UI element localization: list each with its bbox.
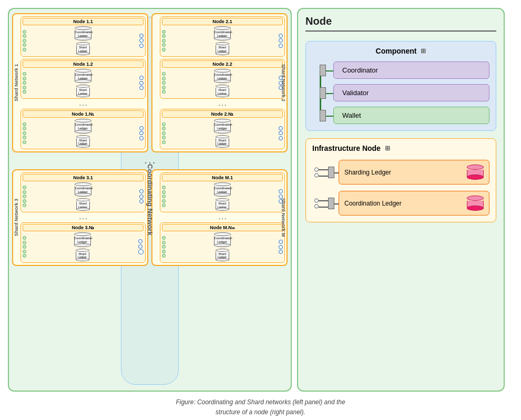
dots-m: . . . — [160, 214, 285, 220]
sharding-circle-1 — [314, 167, 319, 171]
coordination-ledger-label: Coordination Ledger — [344, 200, 402, 207]
coord-line-2 — [319, 207, 328, 208]
coordination-ledger-row: Coordination Ledger — [339, 191, 489, 216]
node-1-n1-title: Node 1.N₁ — [23, 110, 144, 118]
infra-icon: ⊞ — [385, 145, 390, 152]
left-panel: Coordinating Network Shard Network 1 Nod… — [8, 8, 292, 392]
node-m-1-title: Node M.1 — [162, 174, 283, 181]
coordinating-network-label: Coordinating Network — [146, 164, 154, 235]
sharding-ledger-label: Sharding Ledger — [344, 169, 391, 176]
caption-line1: Figure: Coordinating and Shard networks … — [176, 397, 345, 407]
sharding-line-1 — [319, 169, 328, 170]
node-2-1: Node 2.1 CoordinationLedger ShardLedger — [160, 16, 285, 57]
node-1-2-title: Node 1.2 — [23, 60, 144, 68]
main-container: Coordinating Network Shard Network 1 Nod… — [0, 0, 521, 394]
shard-network-3-label: Shard Network 3 — [14, 170, 19, 265]
right-panel: Node Component ⊞ Coordinator — [297, 8, 505, 392]
validator-connector-box — [320, 87, 326, 99]
coordination-ledger-item: Coordination Ledger — [339, 191, 489, 216]
component-label: Component — [376, 47, 417, 55]
coordinator-connector-box — [320, 65, 326, 76]
sharding-connector-box — [328, 167, 334, 178]
infra-label: Infrastructure Node — [312, 144, 381, 152]
validator-row: Validator — [333, 84, 489, 101]
coord-circle-2 — [314, 204, 319, 208]
sharding-line-2 — [319, 176, 328, 177]
node-1-n1: Node 1.N₁ CoordinationLedger ShardLedger — [21, 109, 146, 149]
validator-horiz-line — [326, 93, 333, 94]
shard-network-3: Shard Network 3 Node 3.1 CoordinationLed… — [12, 169, 148, 266]
node-3-n3: Node 3.N₃ CoordinationLedger ShardLedger — [21, 222, 146, 263]
wallet-item: Wallet — [333, 107, 489, 124]
validator-item: Validator — [333, 84, 489, 101]
coord-horiz — [334, 203, 339, 204]
coordinator-row: Coordinator — [333, 62, 489, 79]
sharding-disk-top — [467, 165, 484, 170]
infrastructure-node-box: Infrastructure Node ⊞ — [305, 138, 496, 222]
coord-line-1 — [319, 200, 328, 201]
node-1-2: Node 1.2 CoordinationLedger ShardLedger — [21, 59, 146, 99]
caption-line2: structure of a node (right panel). — [176, 407, 345, 417]
sharding-horiz — [334, 172, 339, 173]
node-m-nm-title: Node M.Nₘ — [162, 224, 283, 231]
sharding-circles — [314, 167, 319, 177]
node-1-1: Node 1.1 CoordinationLedger ShardLedger — [21, 16, 146, 57]
sharding-disk-bottom — [467, 175, 484, 180]
top-networks-row: Shard Network 1 Node 1.1 CoordinationLed… — [12, 13, 288, 152]
shard-network-2: Shard Network 2 Node 2.1 CoordinationLed… — [151, 13, 288, 152]
caption: Figure: Coordinating and Shard networks … — [176, 394, 345, 419]
node-m-1: Node M.1 CoordinationLedger ShardLedger — [160, 172, 285, 213]
sharding-circle-2 — [314, 173, 319, 177]
wallet-connector-box — [320, 110, 326, 121]
dots-3: . . . — [21, 214, 146, 220]
right-panel-title: Node — [305, 15, 496, 32]
coord-disk-top — [467, 196, 484, 201]
shard-network-1-label: Shard Network 1 — [14, 14, 19, 151]
sharding-ledger-row: Sharding Ledger — [339, 160, 489, 185]
node-2-2: Node 2.2 CoordinationLedger ShardLedger — [160, 59, 285, 99]
node-3-1: Node 3.1 CoordinationLedger ShardLedger — [21, 172, 146, 213]
coord-disk-bottom — [467, 206, 484, 211]
node-2-n2: Node 2.N₂ CoordinationLedger ShardLedger — [160, 109, 285, 149]
component-icon: ⊞ — [421, 47, 426, 55]
dots-1: . . . — [21, 101, 146, 107]
shard-network-m: Shard Network M Node M.1 CoordinationLed… — [151, 169, 288, 266]
component-box: Component ⊞ Coordinator Validator — [305, 41, 496, 131]
shard-network-1: Shard Network 1 Node 1.1 CoordinationLed… — [12, 13, 148, 152]
coord-circles — [314, 198, 319, 208]
coordinator-horiz-line — [326, 70, 333, 71]
node-2-2-title: Node 2.2 — [162, 60, 283, 68]
wallet-horiz-line — [326, 116, 333, 117]
coord-circle-1 — [314, 198, 319, 202]
node-m-nm: Node M.Nₘ CoordinationLedger ShardLedger — [160, 222, 285, 263]
node-3-n3-title: Node 3.N₃ — [23, 224, 144, 231]
node-3-1-title: Node 3.1 — [23, 174, 144, 181]
node-1-1-title: Node 1.1 — [23, 18, 144, 25]
shard-network-2-label: Shard Network 2 — [281, 14, 286, 151]
component-title: Component ⊞ — [312, 47, 489, 55]
dots-2: . . . — [160, 101, 285, 107]
node-2-n2-title: Node 2.N₂ — [162, 110, 283, 118]
infra-title: Infrastructure Node ⊞ — [312, 144, 489, 152]
shard-network-m-label: Shard Network M — [281, 170, 286, 265]
sharding-ledger-item: Sharding Ledger — [339, 160, 489, 185]
coordinator-item: Coordinator — [333, 62, 489, 79]
coord-connector-box — [328, 198, 334, 209]
wallet-row: Wallet — [333, 107, 489, 124]
node-2-1-title: Node 2.1 — [162, 18, 283, 25]
